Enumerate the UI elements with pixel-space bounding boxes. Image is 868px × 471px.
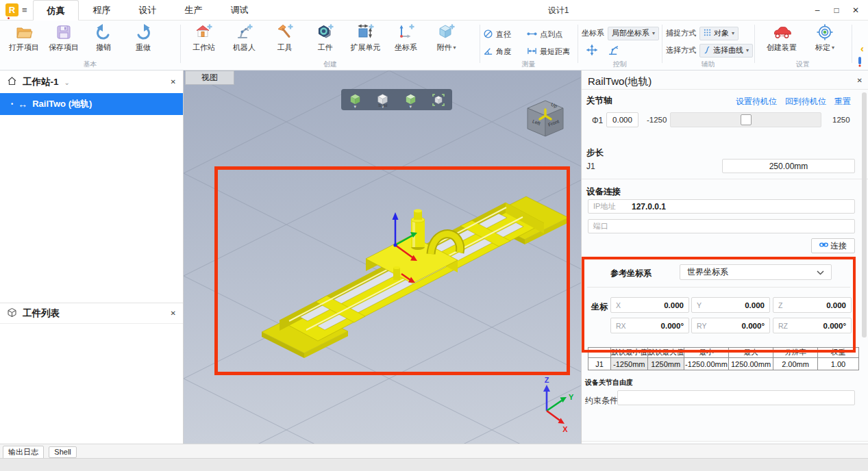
- status-strip: [0, 458, 868, 471]
- reference-frame-dropdown[interactable]: 世界坐标系: [680, 264, 832, 280]
- coord-z-input[interactable]: Z0.000: [773, 297, 852, 313]
- group-label-control: 控制: [578, 60, 662, 69]
- ribbon-group-settings: 创建装置 标定 ▾ 设置: [755, 21, 851, 70]
- workpiece-cube-icon: [7, 307, 17, 320]
- connection-heading: 设备连接: [586, 186, 621, 198]
- app-logo: R: [5, 3, 18, 16]
- sidebar: 工作站-1 ⌄ ✕ • ↔ RailTwo (地轨) 工件列表 ✕: [0, 71, 184, 444]
- home-icon: [7, 76, 17, 88]
- menu-icon[interactable]: ≡: [22, 0, 27, 20]
- create-frame-button[interactable]: 坐标系: [386, 23, 426, 60]
- create-attachment-button[interactable]: 附件 ▾: [426, 23, 467, 60]
- chevron-down-icon[interactable]: ▾: [453, 45, 456, 51]
- open-project-button[interactable]: 打开项目: [4, 23, 44, 60]
- create-robot-button[interactable]: 机器人: [224, 23, 264, 60]
- measure-diameter-button[interactable]: 直径: [481, 26, 525, 43]
- view-orientation-button[interactable]: ▾: [343, 90, 367, 110]
- slider-handle[interactable]: [741, 114, 752, 125]
- logo-dot: [8, 17, 10, 19]
- view-tab[interactable]: 视图: [185, 71, 234, 85]
- attachment-label: 附件: [436, 42, 451, 53]
- step-heading: 步长: [586, 147, 604, 159]
- chevron-down-icon: ▾: [354, 106, 356, 107]
- robot-icon: [235, 23, 253, 41]
- coord-system-label: 坐标系: [582, 28, 604, 38]
- edge-indicator-icon: [856, 56, 863, 69]
- reset-link[interactable]: 重置: [834, 96, 851, 107]
- ribbon-collapse-icon[interactable]: ‹: [860, 42, 864, 54]
- select-mode-dropdown[interactable]: 选择曲线▾: [699, 44, 753, 58]
- panel-scrollbar[interactable]: [862, 92, 867, 338]
- create-extension-button[interactable]: 扩展单元: [345, 23, 386, 60]
- maximize-button[interactable]: □: [827, 5, 846, 15]
- ribbon-group-measure: 直径 点到点 角度 最短距离 测量: [480, 21, 578, 70]
- tab-production[interactable]: 生产: [171, 0, 216, 21]
- close-icon[interactable]: ✕: [171, 78, 176, 86]
- coord-y-input[interactable]: Y0.000: [691, 297, 770, 313]
- constraint-input[interactable]: [617, 390, 855, 405]
- create-tool-button[interactable]: 工具: [264, 23, 305, 60]
- angle-icon: [483, 46, 493, 58]
- group-label-assist: 辅助: [662, 60, 754, 69]
- minimize-button[interactable]: –: [808, 5, 827, 15]
- calibrate-button[interactable]: 标定 ▾: [804, 23, 845, 60]
- output-log-tab[interactable]: 输出日志: [3, 446, 44, 459]
- solid-mode-label: Solid: [371, 103, 395, 107]
- set-standby-link[interactable]: 设置待机位: [736, 96, 777, 107]
- coord-rx-input[interactable]: RX0.000°: [610, 318, 689, 333]
- return-standby-link[interactable]: 回到待机位: [785, 96, 826, 107]
- coord-rz-input[interactable]: RZ0.000°: [773, 318, 852, 333]
- dof-heading: 设备关节自由度: [585, 378, 633, 387]
- create-workpiece-button[interactable]: 工件: [305, 23, 345, 60]
- property-panel: RailTwo(地轨) ✕ 关节轴 设置待机位 回到待机位 重置 Φ1 0.00…: [581, 71, 868, 444]
- undo-button[interactable]: 撤销: [84, 23, 123, 60]
- tree-item-railtwo[interactable]: • ↔ RailTwo (地轨): [0, 93, 183, 115]
- step-value-input[interactable]: 250.00mm: [722, 159, 855, 173]
- select-mode-label: 选择方式: [666, 45, 696, 55]
- shell-tab[interactable]: Shell: [49, 446, 76, 458]
- axis-slider[interactable]: [670, 112, 821, 127]
- document-title: 设计1: [510, 0, 606, 21]
- coord-x-input[interactable]: X0.000: [610, 297, 689, 313]
- shortest-distance-icon: [527, 46, 537, 58]
- snap-mode-dropdown[interactable]: 对象▾: [699, 27, 739, 40]
- chevron-down-icon[interactable]: ▾: [832, 45, 834, 51]
- tab-debug[interactable]: 调试: [216, 0, 262, 21]
- create-device-button[interactable]: 创建装置: [759, 23, 804, 60]
- port-input[interactable]: 端口: [588, 219, 855, 233]
- display-style-button[interactable]: ▾: [399, 90, 422, 110]
- create-workstation-button[interactable]: 工作站: [184, 23, 224, 60]
- measure-shortest-distance-button[interactable]: 最短距离: [525, 43, 582, 60]
- measure-point-to-point-button[interactable]: 点到点: [525, 26, 582, 43]
- chevron-down-icon: ▾: [409, 106, 412, 107]
- redo-button[interactable]: 重做: [123, 23, 163, 60]
- undo-icon: [95, 23, 113, 41]
- application-window: R ≡ 仿真 程序 设计 生产 调试 设计1 – □ ✕ 打开项目: [0, 0, 868, 471]
- robot-jog-icon[interactable]: [608, 44, 620, 58]
- workstation-tree-header: 工作站-1 ⌄ ✕: [0, 71, 183, 93]
- close-icon[interactable]: ✕: [857, 77, 863, 84]
- ip-address-input[interactable]: IP地址 127.0.0.1: [588, 199, 855, 214]
- close-button[interactable]: ✕: [846, 5, 865, 15]
- render-mode-button[interactable]: Solid ▾: [371, 90, 395, 110]
- bottom-bar: 输出日志 Shell: [0, 444, 868, 471]
- cube-icon: [437, 23, 456, 41]
- tab-design[interactable]: 设计: [125, 0, 171, 21]
- view-cube[interactable]: Up Left Front: [519, 97, 571, 144]
- viewport-3d[interactable]: Z Y X 视图 ▾ Solid ▾ ▾: [184, 71, 581, 444]
- tab-simulation[interactable]: 仿真: [33, 0, 79, 21]
- save-project-button[interactable]: 保存项目: [44, 23, 84, 60]
- workpiece-list-header: 工件列表 ✕: [0, 303, 183, 324]
- zoom-fit-button[interactable]: [427, 90, 450, 110]
- tab-program[interactable]: 程序: [79, 0, 125, 21]
- coord-system-dropdown[interactable]: 局部坐标系▾: [608, 27, 659, 40]
- move-icon[interactable]: [586, 44, 598, 58]
- axis-value-input[interactable]: 0.000: [606, 112, 638, 127]
- coord-ry-input[interactable]: RY0.000°: [691, 318, 770, 333]
- y-axis-label: Y: [569, 393, 574, 401]
- x-axis-label: X: [562, 425, 568, 433]
- chevron-down-icon[interactable]: ⌄: [64, 79, 70, 86]
- close-icon[interactable]: ✕: [171, 309, 176, 317]
- connect-button[interactable]: 连接: [811, 238, 855, 253]
- measure-angle-button[interactable]: 角度: [481, 43, 525, 60]
